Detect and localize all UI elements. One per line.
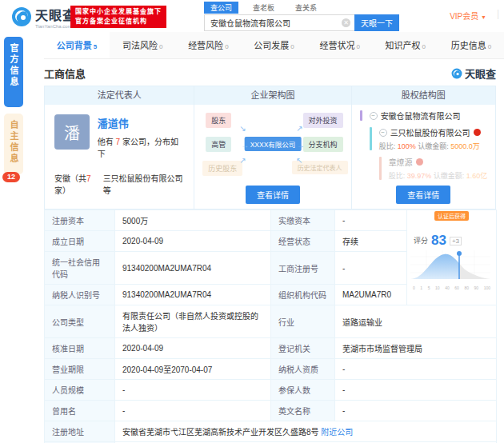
org-node-branch: 分支机构 (303, 137, 343, 152)
section-nav-bar: 公司背景5 司法风险0 经营风险0 公司发展0 经营状况0 知识产权0 历史信息… (44, 32, 504, 59)
score-axis-labels: 0151040608090100 (410, 285, 493, 290)
score-badge: 认证后获得 (434, 211, 469, 221)
related-company-example[interactable]: 三只松鼠股份有限公司等 (103, 172, 185, 196)
sidebar-tab-self-info[interactable]: 自主信息 12 (4, 114, 23, 174)
table-row: 注册资本 5000万 实缴资本 - 认证后获得 评分 83 +3 (45, 210, 497, 231)
vip-menu[interactable]: VIP会员 ▼ (450, 10, 486, 22)
tianyancha-logo[interactable]: 天眼查 TianYanCha.com (11, 5, 76, 29)
score-distribution-chart (410, 247, 490, 284)
org-chart-title: 企业架构图 (194, 86, 350, 105)
watermark-logo: 天眼查 (451, 66, 496, 81)
sidebar-tab-official-info[interactable]: 官方信息 (4, 37, 23, 107)
legal-representative-panel: 法定代表人 潘 潘道伟 他有 7 家公司，分布如下 安徽（共7家） 三只松鼠 (45, 86, 194, 209)
search-input[interactable] (204, 14, 354, 31)
page: 天眼查 TianYanCha.com 国家中小企业发展基金旗下 官方备案企业征信… (0, 0, 504, 443)
arrow-up-right-icon: ↗ (296, 124, 302, 133)
org-chart-panel: 企业架构图 股东 高管 历史股东 XXXX有限公司 对外投资 分支机构 历史法定… (194, 86, 351, 209)
tree-bar (379, 157, 382, 180)
org-node-shareholder: 股东 (206, 113, 231, 128)
score-delta: +3 (450, 237, 462, 245)
tree-bar (360, 110, 362, 121)
org-node-center-company: XXXX有限公司 (245, 137, 302, 151)
tree-bar (370, 127, 372, 150)
arrow-right-icon: → (241, 141, 249, 150)
nearby-companies-link[interactable]: 附近公司 (321, 428, 353, 437)
equity-child-name: 三只松鼠股份有限公司 (390, 126, 470, 138)
gov-certification-badge: 国家中小企业发展基金旗下 官方备案企业征信机构 (70, 6, 166, 28)
search-tab-company[interactable]: 查公司 (204, 2, 238, 14)
equity-detail-button[interactable]: 查看详情 (396, 186, 450, 204)
score-chart-cell: 认证后获得 评分 83 +3 (407, 210, 497, 305)
equity-child-row[interactable]: − 三只松鼠股份有限公司 股比: 100% 认缴金额: 5000.0万 (370, 126, 492, 151)
watermark-logo-icon (451, 68, 462, 79)
org-node-investment: 对外投资 (303, 113, 343, 128)
tab-intellectual-property[interactable]: 知识产权0 (373, 32, 438, 58)
equity-root-row[interactable]: − 安徽仓鼠物流有限公司 (360, 110, 492, 122)
equity-grandchild-name: 章燎源 (389, 156, 413, 168)
org-chart-detail-button[interactable]: 查看详情 (246, 186, 300, 204)
avatar[interactable]: 潘 (54, 114, 90, 150)
arrow-down-right-icon: ↘ (239, 124, 246, 133)
collapse-icon[interactable]: − (379, 129, 387, 137)
org-node-history-shareholder: 历史股东 (202, 161, 242, 176)
collapse-icon[interactable]: − (370, 112, 378, 120)
legal-representative-name[interactable]: 潘道伟 (98, 115, 186, 130)
tab-company-background[interactable]: 公司背景5 (44, 32, 110, 58)
table-row-address: 注册地址 安徽省芜湖市弋江区芜湖高新技术产业开发区久盛路8号 附近公司 (45, 421, 497, 442)
legal-representative-desc: 他有 7 家公司，分布如下 (98, 135, 186, 159)
search-tab-boss[interactable]: 查老板 (246, 2, 281, 14)
legal-representative-title: 法定代表人 (45, 86, 194, 105)
score-value: 83 (431, 233, 446, 247)
org-node-executive: 高管 (206, 137, 231, 152)
table-row: 核准日期 2020-04-09 登记机关 芜湖市市场监督管理局 (45, 338, 497, 359)
tab-judicial-risk[interactable]: 司法风险0 (110, 32, 175, 58)
clear-search-icon[interactable]: ✕ (342, 18, 350, 27)
header-divider: | (497, 8, 499, 19)
chevron-down-icon: ▼ (481, 14, 486, 20)
search-tabs: 查公司 查老板 查关系 (204, 2, 410, 14)
arrow-up-left-icon: ↖ (296, 156, 302, 165)
section-title: 工商信息 (44, 66, 86, 81)
search-block: 查公司 查老板 查关系 ✕ 天眼一下 (204, 2, 410, 31)
header: 天眼查 TianYanCha.com 国家中小企业发展基金旗下 官方备案企业征信… (0, 0, 504, 32)
arrow-up-right-icon: ↗ (239, 156, 246, 165)
equity-child-values: 股比: 100% 认缴金额: 5000.0万 (379, 141, 492, 151)
business-info-table: 注册资本 5000万 实缴资本 - 认证后获得 评分 83 +3 (44, 210, 497, 443)
company-logo-icon (474, 129, 481, 136)
equity-structure-title: 股权结构图 (352, 86, 495, 105)
table-row: 曾用名 - 英文名称 - (45, 401, 497, 421)
registered-address: 安徽省芜湖市弋江区芜湖高新技术产业开发区久盛路8号 (122, 428, 321, 437)
region-company-count: 安徽（共7家） (54, 172, 103, 196)
equity-grandchild-row[interactable]: 章燎源 股比: 39.97% 认缴金额: 1.60亿 (379, 156, 492, 181)
tab-operation-risk[interactable]: 经营风险0 (175, 32, 241, 58)
table-row: 营业期限 2020-04-09至2070-04-07 纳税人资质 - (45, 359, 497, 380)
table-row: 公司类型 有限责任公司（非自然人投资或控股的法人独资） 行业 道路运输业 (45, 305, 497, 338)
tab-operation-status[interactable]: 经营状况0 (307, 32, 373, 58)
search-button[interactable]: 天眼一下 (354, 14, 399, 31)
equity-root-name: 安徽仓鼠物流有限公司 (381, 110, 461, 122)
table-row: 人员规模 - 参保人数 - (45, 380, 497, 401)
person-logo-icon (416, 158, 423, 166)
tab-history-info[interactable]: 历史信息0 (438, 32, 504, 58)
search-tab-relation[interactable]: 查关系 (289, 2, 323, 14)
self-info-count-badge: 12 (2, 172, 20, 182)
tab-company-development[interactable]: 公司发展0 (241, 32, 306, 58)
arrow-right-icon: → (297, 141, 305, 150)
equity-grandchild-values: 股比: 39.97% 认缴金额: 1.60亿 (389, 170, 492, 181)
summary-panels: 法定代表人 潘 潘道伟 他有 7 家公司，分布如下 安徽（共7家） 三只松鼠 (44, 86, 496, 210)
equity-structure-panel: 股权结构图 − 安徽仓鼠物流有限公司 − 三只松鼠股份有限公司 (352, 86, 495, 209)
tianyancha-logo-icon (11, 6, 32, 27)
